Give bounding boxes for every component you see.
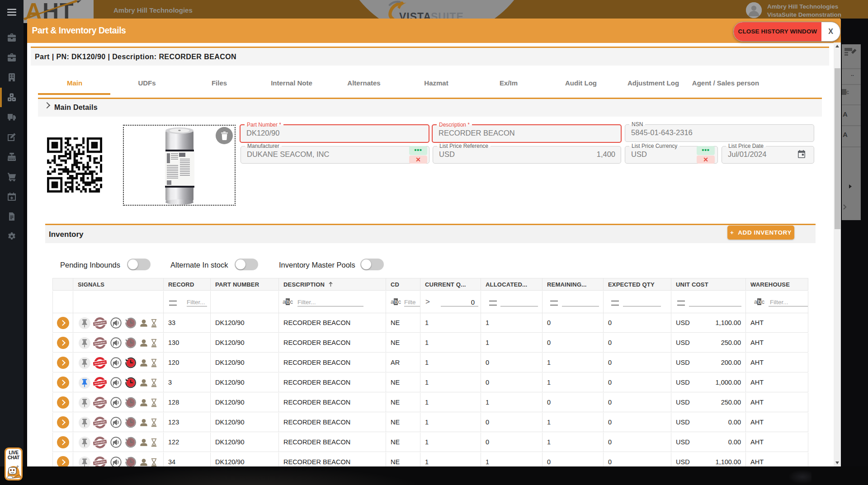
svg-text:VISTA: VISTA xyxy=(399,11,431,19)
svg-text:A: A xyxy=(843,110,848,118)
svg-text:c: c xyxy=(846,89,849,95)
svg-text:..: .. xyxy=(851,71,854,77)
svg-text:A: A xyxy=(843,131,848,138)
svg-text:SUITE: SUITE xyxy=(431,11,464,19)
